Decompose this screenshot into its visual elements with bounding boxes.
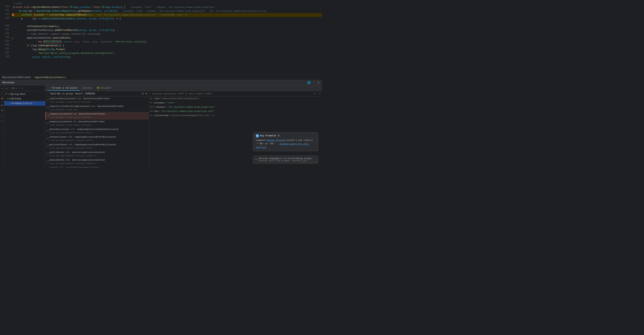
var-listenermap-expand[interactable]: ▶	[151, 114, 152, 117]
frame-publish-event-403[interactable]: ⟲ publishEvent:403, AbstractApplicationC…	[46, 150, 149, 158]
stop-icon[interactable]: ■	[1, 97, 3, 100]
tab-actuator-label: Actuator	[100, 87, 111, 90]
frame-icon-1: ⟲	[47, 106, 48, 110]
frame-register-nacos[interactable]: ⟲ registerNacosListener:125, NacosContex…	[46, 96, 149, 104]
actuator-leaf-icon: 🌿	[96, 86, 100, 90]
watermark: CSDN@qq_41835065	[299, 161, 318, 163]
var-listenermap-icon: ∞	[152, 114, 154, 117]
key-promoter-popup: K Key Promoter X Command Resume Program …	[253, 132, 318, 151]
warning-icon: ⚠	[256, 157, 257, 160]
toolbar-filter-icon[interactable]: ⊞	[12, 86, 14, 90]
thread-status-label: "main"@1 in group "main": RUNNING	[50, 92, 95, 95]
var-listenermap[interactable]: ▶ ∞ listenerMap = {ConcurrentHashMap@121…	[149, 114, 322, 118]
frame-invoke-listener[interactable]: ⟲ invokeListener:165, SimpleApplicationE…	[46, 135, 149, 142]
var-groupkey-value: "test"	[167, 101, 175, 104]
restart-icon[interactable]: ↺	[1, 86, 3, 90]
frame-icon-5: ⟲	[47, 137, 48, 140]
services-sidebar: ↺ ↑ ⊞ ≡ ↑ + ▼ ⬡ Spring Boot	[4, 86, 46, 168]
tab-actuator[interactable]: 🌿 Actuator	[94, 86, 114, 90]
frame-2-text: onApplicationEvent:98, NacosContextRefre…	[50, 112, 148, 119]
var-this-expand[interactable]: ▶	[151, 97, 152, 100]
tab-console-label: Console	[82, 87, 92, 90]
tab-threads-label: Threads & Variables	[52, 87, 78, 90]
threads-filter-icon[interactable]: ⊞	[142, 92, 144, 96]
frame-multicast-event[interactable]: ⟲ multicastEvent:139, SimpleApplicationE…	[46, 142, 149, 150]
debug-tabs: ✓ Threads & Variables Console 🌿 Actuator	[46, 86, 322, 91]
app-icon: ❖	[10, 102, 11, 105]
frame-icon-0: ⟲	[47, 98, 48, 102]
var-groupkey-expand[interactable]: ▶	[151, 101, 152, 104]
var-datakey-expand[interactable]: ▶	[151, 105, 152, 109]
more-debug-icon[interactable]: …	[1, 126, 3, 129]
eval-expression-input[interactable]	[151, 92, 312, 95]
resume-program-link[interactable]: Resume Program	[266, 139, 285, 142]
frame-icon-4: ⟲	[47, 129, 48, 133]
tree-spring-boot[interactable]: ▼ ⬡ Spring Boot	[4, 92, 45, 96]
var-listenermap-key: listenerMap	[154, 114, 168, 117]
var-key-expand[interactable]: ▶	[151, 110, 152, 113]
frame-1-text: registerListenersForApplications:118, Na…	[49, 104, 148, 112]
var-more-icon[interactable]: ⋮	[317, 92, 320, 96]
tab-console[interactable]: Console	[80, 86, 94, 90]
var-key-key: key	[154, 110, 158, 113]
breadcrumb-class[interactable]: NacosContextRefresher	[2, 76, 31, 79]
tree-running[interactable]: ▼ ▶ Running	[4, 96, 45, 101]
threads-more-icon[interactable]: ▼	[145, 92, 148, 96]
spring-icon: ⬡	[8, 92, 10, 96]
settings-icon[interactable]: ⚙	[318, 80, 320, 84]
var-groupkey[interactable]: ▶ ≡ groupKey = "test"	[149, 101, 322, 105]
frame-publish-event-360[interactable]: ⟲ publishEvent:360, AbstractApplicationC…	[46, 158, 149, 166]
frame-list: ⟲ registerNacosListener:125, NacosContex…	[46, 96, 149, 168]
breadcrumb-method[interactable]: registerNacosListener()	[34, 76, 66, 79]
pause-icon[interactable]: ⏸	[0, 108, 4, 112]
var-datakey-value: "bry-business-common-grab.properties"	[168, 105, 215, 109]
frame-on-app-event-98[interactable]: ⟲ onApplicationEvent:98, NacosContextRef…	[46, 112, 149, 120]
frame-7-text: publishEvent:403, AbstractApplicationCon…	[49, 150, 148, 158]
shortcut-text: '^⌘R' or 'F9'	[257, 142, 274, 145]
var-key[interactable]: ▶ ≡ key = "bry-business-common-grab.prop…	[149, 109, 322, 114]
frame-running-103[interactable]: ⟲ running:103, EventPublishingRunListene…	[46, 166, 149, 168]
toolbar-up-icon[interactable]: ↑	[8, 86, 11, 90]
frame-do-invoke-listener[interactable]: ⟲ doInvokeListener:172, SimpleApplicatio…	[46, 127, 149, 135]
step-out-icon[interactable]: ↗	[1, 119, 3, 122]
toolbar-export-icon[interactable]: ↑	[18, 86, 20, 90]
frame-6-text: multicastEvent:139, SimpleApplicationEve…	[49, 143, 148, 150]
frame-register-listeners[interactable]: ⟲ registerListenersForApplications:118, …	[46, 104, 149, 112]
tab-threads-variables[interactable]: ✓ Threads & Variables	[47, 86, 80, 90]
var-datakey-key: dataKey	[156, 105, 165, 109]
var-this-icon: ○	[152, 97, 154, 100]
frame-icon-2: ⟲	[48, 114, 49, 118]
step-over-icon[interactable]: ↓	[1, 92, 3, 95]
run-icon: ▶	[9, 97, 10, 101]
frame-icon-6: ⟲	[47, 145, 48, 148]
running-label: Running	[11, 97, 21, 101]
grab-application-label: GrabApplication	[12, 102, 32, 105]
var-datakey-icon: ≡	[154, 105, 156, 109]
expand-arrow: ▼	[6, 92, 7, 96]
more-options-icon[interactable]: ⋮	[312, 80, 316, 84]
frame-3-text: onApplicationEvent:49, NacosContextRefre…	[49, 120, 148, 127]
toolbar-reload-icon[interactable]: ↺	[5, 86, 8, 90]
toolbar-filter2-icon[interactable]: ≡	[15, 86, 17, 90]
services-panel: Services 🌐 ⋮ ⚙ ↺ ↓ ■ ▶ ⏸ ↘ ↗ …	[0, 80, 322, 168]
resume-icon[interactable]: ▶	[1, 104, 3, 107]
code-editor: 123 124 125 126 130 131 132 133 134 135 …	[0, 0, 322, 75]
var-key-value: "bry-business-common-grab.properties,tes…	[161, 110, 214, 113]
thread-check-icon: ✓	[47, 92, 48, 95]
add-watch-icon[interactable]: +	[314, 92, 316, 96]
variables-toolbar: + ⋮	[149, 91, 322, 96]
toolbar-add-icon[interactable]: +	[21, 86, 24, 90]
frame-0-text: registerNacosListener:125, NacosContextR…	[49, 97, 148, 104]
services-tree: ▼ ⬡ Spring Boot ▼ ▶ Running ❖ GrabApplic…	[4, 91, 45, 168]
var-this[interactable]: ▶ ○ this = {NacosContextRefresher@12157}	[149, 96, 322, 101]
step-in-icon[interactable]: ↘	[1, 114, 3, 118]
world-icon[interactable]: 🌐	[307, 80, 311, 84]
tree-grab-application[interactable]: ❖ GrabApplication	[4, 101, 45, 106]
key-promoter-logo: K	[256, 134, 259, 138]
frame-icon-3: ⟲	[47, 122, 48, 125]
line-numbers: 123 124 125 126 130 131 132 133 134 135 …	[0, 0, 12, 75]
var-datakey-bp-icon: ●	[152, 105, 154, 109]
frame-on-app-event-49[interactable]: ⟲ onApplicationEvent:49, NacosContextRef…	[46, 120, 149, 127]
var-datakey[interactable]: ▶ ● ≡ dataKey = "bry-business-common-gra…	[149, 105, 322, 109]
frame-5-text: invokeListener:165, SimpleApplicationEve…	[49, 135, 148, 142]
